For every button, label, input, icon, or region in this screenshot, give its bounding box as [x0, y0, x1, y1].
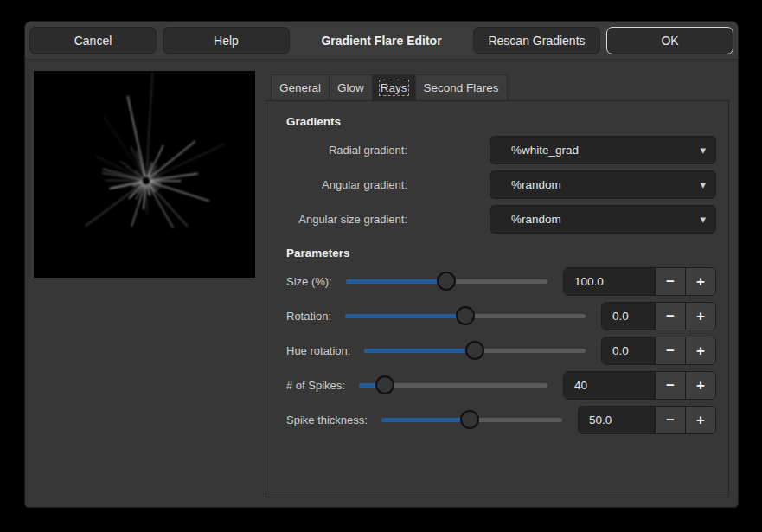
spike-thickness-row: Spike thickness: 50.0 − + [286, 406, 716, 434]
size-input[interactable]: 100.0 [564, 268, 655, 295]
tab-bar: General Glow Rays Second Flares [266, 74, 729, 100]
radial-gradient-row: Radial gradient: %white_grad ▾ [286, 136, 716, 164]
angular-size-gradient-value: %random [511, 213, 700, 226]
spikes-input[interactable]: 40 [564, 372, 655, 399]
settings-notebook: General Glow Rays Second Flares Gradient… [266, 74, 729, 508]
radial-gradient-label: Radial gradient: [286, 144, 407, 157]
hue-rotation-decrement-button[interactable]: − [655, 337, 685, 364]
size-slider-handle[interactable] [437, 272, 456, 291]
size-row: Size (%): 100.0 − + [286, 267, 716, 296]
flare-preview-image [34, 71, 255, 278]
hue-rotation-input[interactable]: 0.0 [602, 337, 655, 364]
size-slider[interactable] [346, 267, 547, 296]
preview-pane [34, 71, 255, 508]
spikes-row: # of Spikes: 40 − + [286, 371, 716, 400]
rotation-row: Rotation: 0.0 − + [286, 302, 716, 330]
angular-gradient-row: Angular gradient: %random ▾ [286, 170, 716, 199]
size-decrement-button[interactable]: − [655, 268, 685, 295]
tab-glow[interactable]: Glow [329, 74, 373, 100]
header-bar: Cancel Help Gradient Flare Editor Rescan… [25, 22, 738, 60]
rotation-input[interactable]: 0.0 [602, 303, 655, 330]
spikes-spinbox: 40 − + [563, 371, 716, 400]
tab-second-flares[interactable]: Second Flares [415, 74, 508, 100]
rotation-increment-button[interactable]: + [685, 303, 715, 330]
spikes-slider[interactable] [359, 371, 547, 400]
rotation-label: Rotation: [286, 310, 331, 323]
spikes-label: # of Spikes: [286, 379, 345, 392]
ok-button[interactable]: OK [606, 27, 733, 54]
rescan-gradients-button[interactable]: Rescan Gradients [473, 27, 600, 54]
tab-rays[interactable]: Rays [372, 74, 416, 100]
rays-tab-panel: Gradients Radial gradient: %white_grad ▾… [266, 100, 729, 497]
spike-thickness-slider-handle[interactable] [460, 410, 479, 429]
spike-thickness-decrement-button[interactable]: − [655, 407, 685, 433]
angular-gradient-label: Angular gradient: [286, 178, 407, 191]
window-title: Gradient Flare Editor [296, 34, 467, 48]
angular-size-gradient-dropdown[interactable]: %random ▾ [490, 205, 716, 234]
radial-gradient-dropdown[interactable]: %white_grad ▾ [490, 136, 716, 164]
rotation-decrement-button[interactable]: − [655, 303, 685, 330]
hue-rotation-slider-handle[interactable] [465, 341, 484, 360]
size-spinbox: 100.0 − + [563, 267, 716, 296]
hue-rotation-label: Hue rotation: [286, 344, 350, 357]
rotation-slider-handle[interactable] [456, 306, 475, 325]
help-button[interactable]: Help [163, 27, 290, 54]
rotation-slider[interactable] [345, 302, 586, 330]
chevron-down-icon: ▾ [700, 179, 706, 190]
spikes-decrement-button[interactable]: − [655, 372, 685, 399]
angular-size-gradient-row: Angular size gradient: %random ▾ [286, 205, 716, 234]
spike-thickness-input[interactable]: 50.0 [579, 407, 655, 433]
spike-thickness-increment-button[interactable]: + [685, 407, 715, 433]
spike-thickness-spinbox: 50.0 − + [578, 406, 716, 434]
rotation-spinbox: 0.0 − + [601, 302, 716, 330]
spike-thickness-slider[interactable] [381, 406, 562, 434]
radial-gradient-value: %white_grad [511, 144, 700, 157]
parameters-heading: Parameters [286, 247, 716, 260]
chevron-down-icon: ▾ [700, 144, 706, 156]
angular-gradient-value: %random [511, 178, 700, 191]
size-increment-button[interactable]: + [685, 268, 715, 295]
hue-rotation-row: Hue rotation: 0.0 − + [286, 337, 716, 365]
angular-size-gradient-label: Angular size gradient: [286, 213, 407, 226]
spike-thickness-label: Spike thickness: [286, 413, 368, 426]
spikes-slider-handle[interactable] [375, 375, 394, 394]
hue-rotation-increment-button[interactable]: + [685, 337, 715, 364]
hue-rotation-spinbox: 0.0 − + [601, 337, 716, 365]
gradients-heading: Gradients [286, 115, 716, 128]
cancel-button[interactable]: Cancel [29, 27, 157, 54]
tab-general[interactable]: General [271, 74, 330, 100]
angular-gradient-dropdown[interactable]: %random ▾ [490, 170, 716, 199]
chevron-down-icon: ▾ [700, 214, 706, 225]
size-label: Size (%): [286, 275, 332, 288]
dialog-content: General Glow Rays Second Flares Gradient… [25, 60, 738, 508]
spikes-increment-button[interactable]: + [685, 372, 715, 399]
hue-rotation-slider[interactable] [364, 337, 586, 365]
gradient-flare-editor-window: Cancel Help Gradient Flare Editor Rescan… [24, 21, 739, 508]
